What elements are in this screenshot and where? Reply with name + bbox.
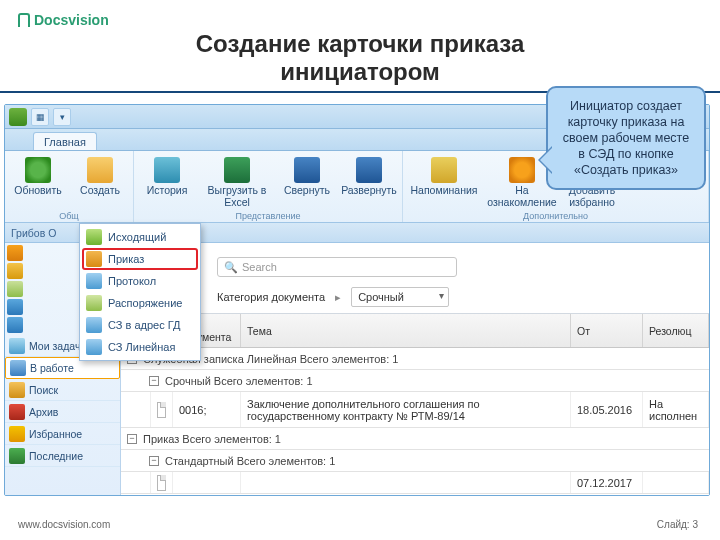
note-icon[interactable] xyxy=(7,281,23,297)
expand-icon xyxy=(356,157,382,183)
col-res[interactable]: Резолюц xyxy=(643,314,709,347)
collapse-toggle-icon[interactable]: − xyxy=(149,456,159,466)
search-folder-icon xyxy=(9,382,25,398)
document-icon xyxy=(157,475,166,491)
group-row[interactable]: − Срочный Всего элементов: 1 xyxy=(121,370,709,392)
row2-num xyxy=(173,472,241,493)
slide-title-line1: Создание карточки приказа xyxy=(196,30,525,57)
menu-sz-gd[interactable]: СЗ в адрес ГД xyxy=(82,314,198,336)
reminders-button[interactable]: Напоминания xyxy=(405,153,483,221)
folder2-icon[interactable] xyxy=(7,317,23,333)
favorite-icon xyxy=(9,426,25,442)
col-from[interactable]: От xyxy=(571,314,643,347)
search-row: 🔍 Search xyxy=(121,243,709,283)
refresh-icon xyxy=(25,157,51,183)
mytasks-label: Мои задачи xyxy=(29,340,86,352)
create-dropdown-menu: Исходящий Приказ Протокол Распоряжение С… xyxy=(79,223,201,361)
callout-text: Инициатор создает карточку приказа на св… xyxy=(563,99,689,177)
menu-protocol[interactable]: Протокол xyxy=(82,270,198,292)
filter-dropdown[interactable]: Срочный xyxy=(351,287,449,307)
row1-from: 18.05.2016 xyxy=(571,392,643,427)
row2-from: 07.12.2017 xyxy=(571,472,643,493)
expand-button[interactable]: Развернуть xyxy=(338,153,400,221)
sidebar-item-favorites[interactable]: Избранное xyxy=(5,423,120,445)
menu-szlin-label: СЗ Линейная xyxy=(108,341,175,353)
menu-rasporyazhenie[interactable]: Распоряжение xyxy=(82,292,198,314)
group-row[interactable]: − Приказ Всего элементов: 1 xyxy=(121,428,709,450)
tab-main[interactable]: Главная xyxy=(33,132,97,150)
export-excel-button[interactable]: Выгрузить в Excel xyxy=(198,153,276,221)
inwork-icon xyxy=(10,360,26,376)
filter-value: Срочный xyxy=(358,291,404,303)
refresh-button[interactable]: Обновить xyxy=(7,153,69,221)
table-row[interactable]: 0016; Заключение дополнительного соглаше… xyxy=(121,392,709,428)
row2-subject xyxy=(241,472,571,493)
qat-open-icon[interactable]: ▦ xyxy=(31,108,49,126)
menu-rasp-label: Распоряжение xyxy=(108,297,182,309)
alert-icon[interactable] xyxy=(7,245,23,261)
search-icon: 🔍 xyxy=(224,261,238,274)
search-placeholder: Search xyxy=(242,261,277,273)
collapse-toggle-icon[interactable]: − xyxy=(149,376,159,386)
refresh-label: Обновить xyxy=(14,185,62,197)
menu-outgoing[interactable]: Исходящий xyxy=(82,226,198,248)
column-headers: № Документа Тема От Резолюц xyxy=(121,314,709,348)
collapse-toggle-icon[interactable]: − xyxy=(127,434,137,444)
slide-title-line2: инициатором xyxy=(280,58,440,85)
export-label: Выгрузить в Excel xyxy=(199,185,275,208)
folder-icon[interactable] xyxy=(7,299,23,315)
menu-order-label: Приказ xyxy=(108,253,144,265)
rasporyazhenie-icon xyxy=(86,295,102,311)
menu-order[interactable]: Приказ xyxy=(82,248,198,270)
favorites-label: Избранное xyxy=(29,428,82,440)
history-label: История xyxy=(147,185,188,197)
brand-logo: Docsvision xyxy=(18,12,109,28)
sidebar-item-archive[interactable]: Архив xyxy=(5,401,120,423)
filter-row: Категория документа ▸ Срочный xyxy=(121,283,709,314)
menu-szgd-label: СЗ в адрес ГД xyxy=(108,319,180,331)
document-icon xyxy=(157,402,166,418)
sidebar-item-recent[interactable]: Последние xyxy=(5,445,120,467)
breadcrumb-text: Грибов О xyxy=(11,227,56,239)
main-area: 🔍 Search Категория документа ▸ Срочный №… xyxy=(121,243,709,495)
create-icon xyxy=(87,157,113,183)
menu-protocol-label: Протокол xyxy=(108,275,156,287)
outgoing-icon xyxy=(86,229,102,245)
filter-label: Категория документа xyxy=(217,291,325,303)
history-icon xyxy=(154,157,180,183)
app-menu-button[interactable] xyxy=(9,108,27,126)
menu-sz-line[interactable]: СЗ Линейная xyxy=(82,336,198,358)
sidebar-icon-column xyxy=(5,243,33,335)
search-input[interactable]: 🔍 Search xyxy=(217,257,457,277)
col-subject[interactable]: Тема xyxy=(241,314,571,347)
recent-label: Последние xyxy=(29,450,83,462)
table-row[interactable]: 07.12.2017 xyxy=(121,472,709,494)
inwork-label: В работе xyxy=(30,362,74,374)
group2a-text: Стандартный Всего элементов: 1 xyxy=(165,455,335,467)
expand-label: Развернуть xyxy=(341,185,397,197)
collapse-icon xyxy=(294,157,320,183)
create-button[interactable]: Создать xyxy=(69,153,131,221)
collapse-label: Свернуть xyxy=(284,185,330,197)
reminders-label: Напоминания xyxy=(410,185,477,197)
reminder-icon xyxy=(431,157,457,183)
envelope-icon[interactable] xyxy=(7,263,23,279)
group-row[interactable]: − Стандартный Всего элементов: 1 xyxy=(121,450,709,472)
collapse-button[interactable]: Свернуть xyxy=(276,153,338,221)
group2-text: Приказ Всего элементов: 1 xyxy=(143,433,281,445)
order-icon xyxy=(86,251,102,267)
row1-res: На исполнен xyxy=(643,392,709,427)
create-label: Создать xyxy=(80,185,120,197)
group-row[interactable]: − Служебная записка Линейная Всего элеме… xyxy=(121,348,709,370)
brand-name: Docsvision xyxy=(34,12,109,28)
search-label: Поиск xyxy=(29,384,58,396)
history-button[interactable]: История xyxy=(136,153,198,221)
logo-clip-icon xyxy=(18,13,30,27)
row1-num: 0016; xyxy=(173,392,241,427)
qat-dropdown-icon[interactable]: ▾ xyxy=(53,108,71,126)
ack-label: Наознакомление xyxy=(487,185,556,208)
archive-label: Архив xyxy=(29,406,58,418)
annotation-callout: Инициатор создает карточку приказа на св… xyxy=(546,86,706,190)
sidebar-item-search[interactable]: Поиск xyxy=(5,379,120,401)
menu-outgoing-label: Исходящий xyxy=(108,231,166,243)
